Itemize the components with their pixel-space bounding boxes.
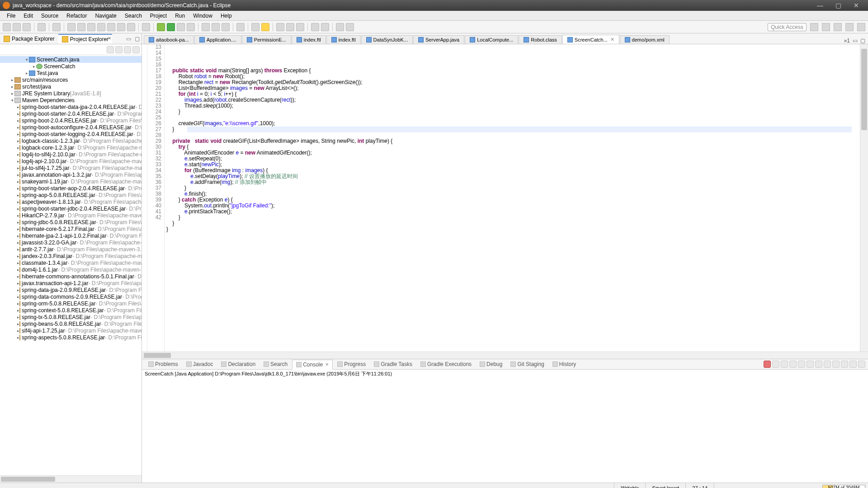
terminate-icon[interactable] xyxy=(764,361,771,368)
tree-hscrollbar[interactable] xyxy=(0,475,142,483)
git-perspective-icon[interactable] xyxy=(845,23,854,31)
tree-row[interactable]: ▸hibernate-core-5.2.17.Final.jar - D:\Pr… xyxy=(0,225,142,232)
editor-tab[interactable]: LocalCompute... xyxy=(465,35,518,44)
editor-vscrollbar[interactable] xyxy=(860,44,868,352)
debug-perspective-icon[interactable] xyxy=(834,23,842,31)
tree-row[interactable]: ▸spring-boot-autoconfigure-2.0.4.RELEASE… xyxy=(0,124,142,131)
minimize-button[interactable]: — xyxy=(811,2,829,9)
terminate-icon[interactable] xyxy=(87,23,95,31)
editor-tab[interactable]: Robot.class xyxy=(519,35,561,44)
menu-edit[interactable]: Edit xyxy=(19,13,37,19)
new-icon[interactable] xyxy=(3,23,11,31)
tree-row[interactable]: ▸spring-data-commons-2.0.9.RELEASE.jar -… xyxy=(0,293,142,300)
tree-row[interactable]: ▸javassist-3.22.0-GA.jar - D:\Program Fi… xyxy=(0,239,142,246)
new-class-icon[interactable] xyxy=(222,23,230,31)
bottom-tab-problems[interactable]: Problems xyxy=(145,360,182,369)
min-icon[interactable] xyxy=(849,361,857,368)
menu-search[interactable]: Search xyxy=(121,13,146,19)
back-icon[interactable] xyxy=(336,23,344,31)
console-view[interactable]: ScreenCatch [Java Application] D:\Progra… xyxy=(142,370,868,483)
editor-tab[interactable]: ScreenCatch...✕ xyxy=(562,35,619,44)
tree-row[interactable]: ▸JRE System Library [JavaSE-1.8] xyxy=(0,90,142,97)
editor-tab[interactable]: index.ftl xyxy=(326,35,361,44)
skip-breakpoints-icon[interactable] xyxy=(52,23,61,31)
close-icon[interactable]: ✕ xyxy=(610,37,614,42)
maximize-view-icon[interactable]: ▢ xyxy=(133,36,142,42)
new-java-icon[interactable] xyxy=(202,23,210,31)
tree-row[interactable]: ▸spring-boot-starter-aop-2.0.4.RELEASE.j… xyxy=(0,185,142,192)
close-button[interactable]: ✕ xyxy=(847,2,865,9)
project-tree[interactable]: ▾ScreenCatch.java▸ScreenCatch▸Test.java▸… xyxy=(0,55,142,475)
view-menu-icon[interactable] xyxy=(132,46,140,53)
tree-row[interactable]: ▸spring-boot-starter-logging-2.0.4.RELEA… xyxy=(0,131,142,137)
toggle-highlight-icon[interactable] xyxy=(261,23,269,31)
maximize-editor-icon[interactable]: ▢ xyxy=(860,38,865,44)
clear-icon[interactable] xyxy=(798,361,805,368)
forward-icon[interactable] xyxy=(346,23,354,31)
folding-ruler[interactable] xyxy=(142,44,147,352)
tree-row[interactable]: ▸log4j-api-2.10.0.jar - D:\Program Files… xyxy=(0,158,142,164)
bottom-tab-gradle-tasks[interactable]: Gradle Tasks xyxy=(370,360,416,369)
minimize-view-icon[interactable]: ▭ xyxy=(124,36,133,42)
tree-row[interactable]: ▸logback-core-1.2.3.jar - D:\Program Fil… xyxy=(0,144,142,151)
bottom-tab-history[interactable]: History xyxy=(549,360,580,369)
editor-tab[interactable]: index.ftl xyxy=(292,35,326,44)
tree-row[interactable]: ▸spring-tx-5.0.8.RELEASE.jar - D:\Progra… xyxy=(0,314,142,320)
tree-row[interactable]: ▸src/test/java xyxy=(0,83,142,90)
focus-task-icon[interactable] xyxy=(124,46,131,53)
menu-navigate[interactable]: Navigate xyxy=(91,13,120,19)
remove-all-icon[interactable] xyxy=(772,361,779,368)
remove-launch-icon[interactable] xyxy=(781,361,788,368)
run-icon[interactable] xyxy=(167,23,175,31)
disconnect-icon[interactable] xyxy=(97,23,105,31)
tree-row[interactable]: ▸spring-aop-5.0.8.RELEASE.jar - D:\Progr… xyxy=(0,192,142,198)
editor-overflow[interactable]: »1 xyxy=(844,38,850,44)
tree-row[interactable]: ▸spring-orm-5.0.8.RELEASE.jar - D:\Progr… xyxy=(0,300,142,307)
tree-row[interactable]: ▸spring-boot-starter-jdbc-2.0.4.RELEASE.… xyxy=(0,205,142,212)
bottom-tab-javadoc[interactable]: Javadoc xyxy=(183,360,217,369)
tree-row[interactable]: ▸classmate-1.3.4.jar - D:\Program Files\… xyxy=(0,259,142,266)
collapse-all-icon[interactable] xyxy=(107,46,114,53)
bottom-tab-progress[interactable]: Progress xyxy=(334,360,369,369)
tree-row[interactable]: ▸slf4j-api-1.7.25.jar - D:\Program Files… xyxy=(0,327,142,334)
tree-row[interactable]: ▸dom4j-1.6.1.jar - D:\Program Files\apac… xyxy=(0,266,142,273)
tab-project-explorer[interactable]: Project Explorer✕ xyxy=(58,34,112,44)
maximize-button[interactable]: ▢ xyxy=(829,2,847,9)
run-last-icon[interactable] xyxy=(187,23,195,31)
tree-row[interactable]: ▸spring-boot-starter-2.0.4.RELEASE.jar -… xyxy=(0,110,142,117)
new-package-icon[interactable] xyxy=(212,23,220,31)
tree-row[interactable]: ▸spring-boot-2.0.4.RELEASE.jar - D:\Prog… xyxy=(0,117,142,124)
coverage-icon[interactable] xyxy=(177,23,185,31)
tree-row[interactable]: ▸log4j-to-slf4j-2.10.0.jar - D:\Program … xyxy=(0,151,142,158)
editor-hscrollbar[interactable] xyxy=(142,352,868,359)
tree-row[interactable]: ▸spring-context-5.0.8.RELEASE.jar - D:\P… xyxy=(0,307,142,314)
bottom-tab-git-staging[interactable]: Git Staging xyxy=(507,360,547,369)
tree-row[interactable]: ▸spring-aspects-5.0.8.RELEASE.jar - D:\P… xyxy=(0,334,142,341)
bottom-tab-gradle-executions[interactable]: Gradle Executions xyxy=(417,360,475,369)
tree-row[interactable]: ▸ScreenCatch xyxy=(0,63,142,70)
tree-row[interactable]: ▸jul-to-slf4j-1.7.25.jar - D:\Program Fi… xyxy=(0,164,142,171)
bottom-tab-declaration[interactable]: Declaration xyxy=(217,360,259,369)
toggle-icon[interactable] xyxy=(38,23,46,31)
last-edit-icon[interactable] xyxy=(296,23,304,31)
tree-row[interactable]: ▸hibernate-commons-annotations-5.0.1.Fin… xyxy=(0,273,142,280)
save-icon[interactable] xyxy=(13,23,21,31)
step-into-icon[interactable] xyxy=(107,23,115,31)
open-console-icon[interactable] xyxy=(841,361,848,368)
tree-row[interactable]: ▸Test.java xyxy=(0,70,142,76)
editor-tab[interactable]: ServerApp.java xyxy=(413,35,464,44)
code-editor[interactable]: 13 14 15 16 17 18 19 20 21 22 23 24 25 2… xyxy=(142,44,868,352)
scroll-lock-icon[interactable] xyxy=(807,361,814,368)
menu-file[interactable]: File xyxy=(3,13,19,19)
open-perspective-icon[interactable] xyxy=(810,23,818,31)
jee-perspective-icon[interactable] xyxy=(857,23,865,31)
tree-row[interactable]: ▸spring-beans-5.0.8.RELEASE.jar - D:\Pro… xyxy=(0,320,142,327)
editor-tab[interactable]: demo/pom.xml xyxy=(620,35,670,44)
minimize-editor-icon[interactable]: ▭ xyxy=(853,38,858,44)
menu-source[interactable]: Source xyxy=(37,13,62,19)
tree-row[interactable]: ▸src/main/resources xyxy=(0,76,142,83)
display-icon[interactable] xyxy=(832,361,840,368)
tree-row[interactable]: ▸spring-boot-starter-data-jpa-2.0.4.RELE… xyxy=(0,103,142,110)
bottom-tab-debug[interactable]: Debug xyxy=(476,360,506,369)
close-icon[interactable]: ✕ xyxy=(108,36,111,41)
